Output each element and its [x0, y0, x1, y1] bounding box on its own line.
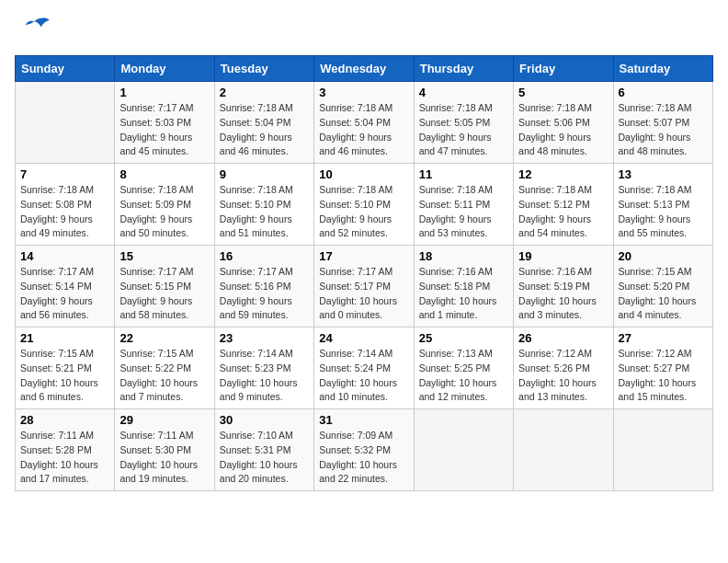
calendar-cell: 22Sunrise: 7:15 AMSunset: 5:22 PMDayligh… [115, 327, 214, 409]
day-info: Sunrise: 7:18 AMSunset: 5:11 PMDaylight:… [419, 183, 508, 241]
weekday-header-wednesday: Wednesday [314, 56, 414, 82]
calendar-week-4: 21Sunrise: 7:15 AMSunset: 5:21 PMDayligh… [16, 327, 713, 409]
weekday-header-row: SundayMondayTuesdayWednesdayThursdayFrid… [16, 56, 713, 82]
weekday-header-tuesday: Tuesday [214, 56, 313, 82]
day-info: Sunrise: 7:17 AMSunset: 5:16 PMDaylight:… [220, 265, 309, 323]
calendar-cell: 3Sunrise: 7:18 AMSunset: 5:04 PMDaylight… [314, 82, 414, 164]
day-info: Sunrise: 7:15 AMSunset: 5:21 PMDaylight:… [20, 347, 109, 405]
day-number: 28 [20, 413, 109, 427]
day-number: 2 [220, 86, 309, 99]
calendar-cell: 23Sunrise: 7:14 AMSunset: 5:23 PMDayligh… [214, 327, 313, 409]
day-number: 18 [419, 249, 508, 263]
calendar-cell: 28Sunrise: 7:11 AMSunset: 5:28 PMDayligh… [16, 409, 115, 491]
calendar-cell: 20Sunrise: 7:15 AMSunset: 5:20 PMDayligh… [613, 246, 712, 327]
day-info: Sunrise: 7:13 AMSunset: 5:25 PMDaylight:… [419, 347, 508, 405]
calendar-cell: 7Sunrise: 7:18 AMSunset: 5:08 PMDaylight… [16, 164, 115, 246]
calendar-cell: 12Sunrise: 7:18 AMSunset: 5:12 PMDayligh… [514, 164, 613, 246]
calendar-body: 1Sunrise: 7:17 AMSunset: 5:03 PMDaylight… [16, 82, 713, 491]
day-info: Sunrise: 7:18 AMSunset: 5:09 PMDaylight:… [119, 183, 209, 241]
calendar-cell: 25Sunrise: 7:13 AMSunset: 5:25 PMDayligh… [414, 327, 513, 409]
day-number: 21 [20, 331, 109, 345]
day-number: 31 [319, 413, 408, 427]
day-number: 22 [119, 331, 209, 345]
day-number: 3 [319, 86, 408, 99]
day-info: Sunrise: 7:17 AMSunset: 5:03 PMDaylight:… [119, 101, 209, 159]
day-number: 7 [20, 167, 109, 181]
day-info: Sunrise: 7:10 AMSunset: 5:31 PMDaylight:… [220, 429, 309, 487]
day-number: 13 [619, 167, 708, 181]
day-number: 11 [419, 167, 508, 181]
day-info: Sunrise: 7:15 AMSunset: 5:22 PMDaylight:… [119, 347, 209, 405]
calendar-cell: 19Sunrise: 7:16 AMSunset: 5:19 PMDayligh… [514, 246, 613, 327]
day-info: Sunrise: 7:12 AMSunset: 5:26 PMDaylight:… [518, 347, 608, 405]
day-number: 6 [619, 86, 708, 99]
day-number: 23 [220, 331, 309, 345]
calendar-cell: 24Sunrise: 7:14 AMSunset: 5:24 PMDayligh… [314, 327, 414, 409]
calendar-cell: 10Sunrise: 7:18 AMSunset: 5:10 PMDayligh… [314, 164, 414, 246]
day-info: Sunrise: 7:11 AMSunset: 5:28 PMDaylight:… [20, 429, 109, 487]
day-number: 8 [119, 167, 209, 181]
day-info: Sunrise: 7:18 AMSunset: 5:08 PMDaylight:… [20, 183, 109, 241]
day-info: Sunrise: 7:16 AMSunset: 5:18 PMDaylight:… [419, 265, 508, 323]
calendar-cell: 1Sunrise: 7:17 AMSunset: 5:03 PMDaylight… [115, 82, 214, 164]
calendar-cell: 16Sunrise: 7:17 AMSunset: 5:16 PMDayligh… [214, 246, 313, 327]
day-number: 9 [220, 167, 309, 181]
weekday-header-monday: Monday [115, 56, 214, 82]
day-info: Sunrise: 7:18 AMSunset: 5:04 PMDaylight:… [220, 101, 309, 159]
day-info: Sunrise: 7:09 AMSunset: 5:32 PMDaylight:… [319, 429, 408, 487]
calendar-cell: 8Sunrise: 7:18 AMSunset: 5:09 PMDaylight… [115, 164, 214, 246]
calendar-cell: 29Sunrise: 7:11 AMSunset: 5:30 PMDayligh… [115, 409, 214, 491]
calendar-header: SundayMondayTuesdayWednesdayThursdayFrid… [16, 56, 713, 82]
day-info: Sunrise: 7:17 AMSunset: 5:15 PMDaylight:… [119, 265, 209, 323]
calendar-cell: 13Sunrise: 7:18 AMSunset: 5:13 PMDayligh… [613, 164, 712, 246]
calendar-cell: 30Sunrise: 7:10 AMSunset: 5:31 PMDayligh… [214, 409, 313, 491]
day-info: Sunrise: 7:18 AMSunset: 5:04 PMDaylight:… [319, 101, 408, 159]
calendar-table: SundayMondayTuesdayWednesdayThursdayFrid… [15, 55, 713, 491]
calendar-cell: 21Sunrise: 7:15 AMSunset: 5:21 PMDayligh… [16, 327, 115, 409]
calendar-cell: 15Sunrise: 7:17 AMSunset: 5:15 PMDayligh… [115, 246, 214, 327]
day-info: Sunrise: 7:15 AMSunset: 5:20 PMDaylight:… [619, 265, 708, 323]
calendar-week-1: 1Sunrise: 7:17 AMSunset: 5:03 PMDaylight… [16, 82, 713, 164]
day-info: Sunrise: 7:18 AMSunset: 5:10 PMDaylight:… [220, 183, 309, 241]
day-number: 5 [518, 86, 608, 99]
calendar-cell: 4Sunrise: 7:18 AMSunset: 5:05 PMDaylight… [414, 82, 513, 164]
calendar-cell: 18Sunrise: 7:16 AMSunset: 5:18 PMDayligh… [414, 246, 513, 327]
calendar-cell [514, 409, 613, 491]
day-info: Sunrise: 7:12 AMSunset: 5:27 PMDaylight:… [619, 347, 708, 405]
day-info: Sunrise: 7:14 AMSunset: 5:23 PMDaylight:… [220, 347, 309, 405]
logo [15, 15, 57, 48]
day-info: Sunrise: 7:18 AMSunset: 5:10 PMDaylight:… [319, 183, 408, 241]
day-number: 30 [220, 413, 309, 427]
day-number: 14 [20, 249, 109, 263]
weekday-header-thursday: Thursday [414, 56, 513, 82]
day-info: Sunrise: 7:16 AMSunset: 5:19 PMDaylight:… [518, 265, 608, 323]
day-number: 26 [518, 331, 608, 345]
calendar-cell [16, 82, 115, 164]
day-number: 19 [518, 249, 608, 263]
day-info: Sunrise: 7:14 AMSunset: 5:24 PMDaylight:… [319, 347, 408, 405]
calendar-cell: 6Sunrise: 7:18 AMSunset: 5:07 PMDaylight… [613, 82, 712, 164]
day-info: Sunrise: 7:17 AMSunset: 5:17 PMDaylight:… [319, 265, 408, 323]
day-number: 20 [619, 249, 708, 263]
day-number: 1 [119, 86, 209, 99]
day-number: 10 [319, 167, 408, 181]
calendar-cell: 14Sunrise: 7:17 AMSunset: 5:14 PMDayligh… [16, 246, 115, 327]
day-number: 17 [319, 249, 408, 263]
calendar-cell [414, 409, 513, 491]
day-number: 12 [518, 167, 608, 181]
calendar-week-2: 7Sunrise: 7:18 AMSunset: 5:08 PMDaylight… [16, 164, 713, 246]
svg-point-0 [45, 18, 48, 21]
day-number: 4 [419, 86, 508, 99]
weekday-header-sunday: Sunday [16, 56, 115, 82]
day-info: Sunrise: 7:18 AMSunset: 5:06 PMDaylight:… [518, 101, 608, 159]
day-info: Sunrise: 7:11 AMSunset: 5:30 PMDaylight:… [119, 429, 209, 487]
day-info: Sunrise: 7:17 AMSunset: 5:14 PMDaylight:… [20, 265, 109, 323]
day-number: 16 [220, 249, 309, 263]
weekday-header-saturday: Saturday [613, 56, 712, 82]
day-number: 24 [319, 331, 408, 345]
calendar-cell: 9Sunrise: 7:18 AMSunset: 5:10 PMDaylight… [214, 164, 313, 246]
day-info: Sunrise: 7:18 AMSunset: 5:07 PMDaylight:… [619, 101, 708, 159]
day-number: 27 [619, 331, 708, 345]
calendar-cell: 26Sunrise: 7:12 AMSunset: 5:26 PMDayligh… [514, 327, 613, 409]
day-info: Sunrise: 7:18 AMSunset: 5:12 PMDaylight:… [518, 183, 608, 241]
